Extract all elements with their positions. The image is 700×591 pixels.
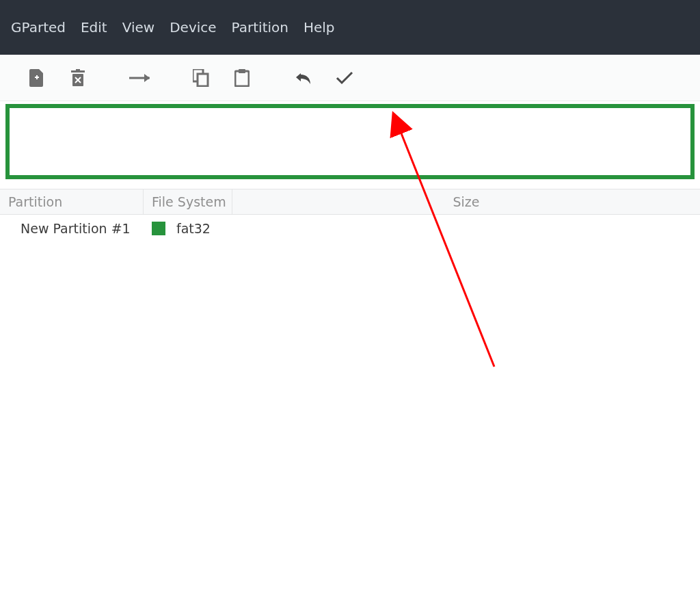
- apply-button[interactable]: [324, 64, 365, 92]
- resize-move-button[interactable]: [119, 64, 160, 92]
- column-header-size[interactable]: Size: [232, 189, 700, 214]
- delete-partition-button[interactable]: [57, 64, 98, 92]
- svg-rect-8: [198, 74, 208, 86]
- filesystem-color-swatch: [152, 222, 165, 235]
- table-row[interactable]: New Partition #1 fat32: [0, 215, 700, 242]
- svg-rect-10: [239, 69, 245, 73]
- menu-partition[interactable]: Partition: [232, 19, 288, 36]
- svg-rect-2: [71, 70, 85, 73]
- partition-table-header: Partition File System Size: [0, 189, 700, 215]
- partition-table: Partition File System Size New Partition…: [0, 189, 700, 242]
- menu-device[interactable]: Device: [170, 19, 216, 36]
- disk-graphic-container: [0, 104, 700, 179]
- copy-button[interactable]: [180, 64, 221, 92]
- menu-gparted[interactable]: GParted: [11, 19, 66, 36]
- column-header-partition[interactable]: Partition: [0, 189, 144, 214]
- row-partition-name: New Partition #1: [0, 221, 144, 236]
- menubar: GParted Edit View Device Partition Help: [0, 0, 700, 55]
- trash-icon: [70, 69, 86, 87]
- menu-view[interactable]: View: [122, 19, 154, 36]
- undo-button[interactable]: [283, 64, 324, 92]
- copy-icon: [193, 69, 209, 87]
- svg-rect-3: [76, 69, 80, 70]
- column-header-filesystem[interactable]: File System: [144, 189, 232, 214]
- file-plus-icon: [29, 69, 44, 87]
- resize-arrow-icon: [128, 71, 151, 85]
- row-filesystem: fat32: [144, 221, 232, 236]
- new-partition-button[interactable]: [16, 64, 57, 92]
- menu-help[interactable]: Help: [304, 19, 335, 36]
- menu-edit[interactable]: Edit: [81, 19, 107, 36]
- partition-graphic[interactable]: [5, 104, 695, 179]
- svg-rect-9: [235, 71, 249, 86]
- filesystem-label: fat32: [176, 221, 211, 236]
- undo-icon: [295, 70, 312, 86]
- check-icon: [336, 70, 353, 86]
- svg-rect-1: [36, 75, 38, 79]
- toolbar: [0, 55, 700, 101]
- paste-icon: [234, 69, 250, 87]
- paste-button[interactable]: [221, 64, 262, 92]
- svg-point-6: [147, 77, 150, 79]
